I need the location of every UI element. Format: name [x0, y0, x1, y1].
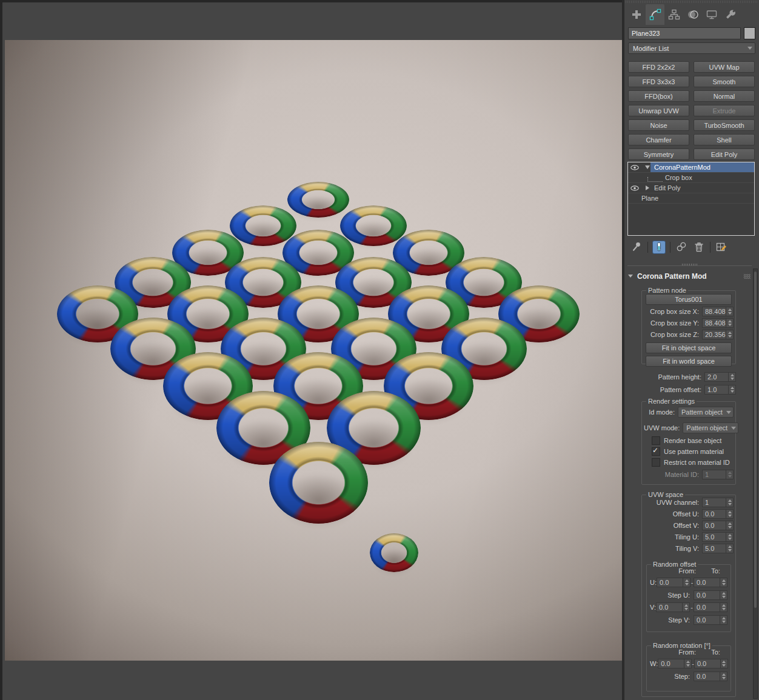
- spinner-field[interactable]: 1: [702, 498, 734, 507]
- spinner-field[interactable]: 2.0: [704, 372, 736, 382]
- modifier-button[interactable]: Unwrap UVW: [628, 105, 689, 116]
- spinner-arrows[interactable]: [720, 616, 727, 624]
- spinner-field[interactable]: 0.0: [694, 615, 727, 625]
- spinner-arrows[interactable]: [684, 659, 691, 668]
- eye-icon[interactable]: [628, 165, 643, 170]
- tab-motion[interactable]: [683, 4, 702, 25]
- spinner-field[interactable]: 1.0: [704, 385, 736, 395]
- eye-icon[interactable]: [628, 185, 643, 191]
- spinner-arrows[interactable]: [720, 591, 727, 599]
- spinner-field[interactable]: 0.0: [694, 672, 727, 681]
- modifier-button[interactable]: Chamfer: [628, 134, 689, 145]
- spinner-arrows[interactable]: [726, 498, 733, 507]
- spinner-arrows[interactable]: [682, 603, 689, 612]
- modifier-button[interactable]: FFD 3x3x3: [628, 76, 689, 87]
- tab-modify[interactable]: [646, 4, 664, 25]
- spinner-arrows[interactable]: [720, 603, 727, 612]
- spinner-arrows[interactable]: [726, 319, 733, 327]
- spinner-arrows[interactable]: [726, 510, 733, 518]
- modifier-button[interactable]: FFD(box): [628, 90, 689, 102]
- modifier-button[interactable]: Normal: [694, 90, 755, 102]
- spinner-arrows[interactable]: [726, 544, 733, 553]
- spinner-value: 5.0: [703, 544, 726, 553]
- spinner-value: 20.356: [703, 330, 726, 339]
- stack-item-label: CoronaPatternMod: [652, 164, 711, 171]
- from-to-header: From: To:: [647, 567, 731, 575]
- modifier-list-dropdown[interactable]: Modifier List: [628, 42, 755, 54]
- collapse-arrow-icon[interactable]: [643, 185, 652, 190]
- checkbox[interactable]: [652, 436, 660, 445]
- modifier-button[interactable]: FFD 2x2x2: [628, 61, 689, 73]
- stack-item-coronapatternmod[interactable]: CoronaPatternMod: [628, 162, 754, 173]
- modifier-button[interactable]: Shell: [694, 134, 755, 145]
- spinner-field[interactable]: 88.408: [702, 318, 734, 328]
- spinner-field[interactable]: 20.356: [702, 330, 734, 339]
- stack-item-edit-poly[interactable]: Edit Poly: [628, 183, 754, 193]
- from-label: From:: [647, 648, 696, 656]
- axis-label: U:: [650, 579, 657, 586]
- stack-item-plane[interactable]: Plane: [628, 193, 754, 204]
- scrollbar-thumb[interactable]: [754, 272, 757, 608]
- spinner-field[interactable]: 0.0: [702, 509, 734, 519]
- spinner-arrows[interactable]: [726, 330, 733, 339]
- spinner-field[interactable]: 5.0: [702, 544, 734, 553]
- spinner-value: 2.0: [705, 373, 728, 381]
- spinner-arrows[interactable]: [726, 307, 733, 316]
- modifier-button[interactable]: Smooth: [694, 76, 755, 87]
- tab-utilities[interactable]: [721, 4, 740, 25]
- fit-world-space-button[interactable]: Fit in world space: [646, 356, 732, 367]
- expand-arrow-icon[interactable]: [643, 165, 652, 169]
- spinner-field[interactable]: 5.0: [702, 532, 734, 542]
- spinner-field[interactable]: 88.408: [702, 307, 734, 316]
- spinner-arrows[interactable]: [728, 385, 735, 394]
- checkbox[interactable]: [652, 447, 660, 456]
- spinner-arrows[interactable]: [720, 672, 727, 681]
- modifier-button[interactable]: UVW Map: [694, 61, 755, 73]
- id-mode-dropdown[interactable]: Pattern object: [678, 407, 734, 418]
- spinner-field[interactable]: 0.0: [694, 578, 727, 587]
- uvw-mode-dropdown[interactable]: Pattern object: [683, 422, 738, 433]
- remove-modifier-button[interactable]: [692, 241, 706, 254]
- object-name-field[interactable]: Plane323: [628, 27, 741, 39]
- rollout-splitter[interactable]: [627, 265, 752, 266]
- configure-modifier-sets-button[interactable]: [715, 241, 728, 254]
- viewport[interactable]: [0, 0, 622, 700]
- spinner-field[interactable]: 0.0: [694, 602, 727, 612]
- pattern-height-row: Pattern height: 2.0: [641, 372, 736, 382]
- spinner-arrows[interactable]: [720, 659, 727, 668]
- checkbox[interactable]: [652, 458, 660, 467]
- spinner-field[interactable]: 0.0: [658, 659, 692, 668]
- show-end-result-button[interactable]: [652, 241, 666, 254]
- modifier-button[interactable]: Symmetry: [628, 148, 689, 160]
- spinner-arrows[interactable]: [728, 373, 735, 381]
- pin-stack-button[interactable]: [630, 241, 643, 254]
- rollout-header[interactable]: Corona Pattern Mod: [628, 272, 751, 281]
- spinner-arrows[interactable]: [726, 521, 733, 530]
- spinner-field[interactable]: 0.0: [694, 590, 727, 600]
- spinner-value: 88.408: [703, 307, 726, 316]
- spinner-field[interactable]: 0.0: [694, 659, 728, 668]
- modifier-button[interactable]: Noise: [628, 119, 689, 131]
- stack-item-crop-box[interactable]: Crop box: [628, 173, 754, 183]
- spinner-arrows[interactable]: [720, 578, 727, 587]
- tab-create[interactable]: [627, 4, 646, 25]
- spinner-field[interactable]: 0.0: [657, 578, 690, 587]
- step-v-row: Step V: 0.0: [650, 615, 727, 625]
- spinner-arrows[interactable]: [683, 578, 690, 587]
- panel-scrollbar[interactable]: [753, 268, 758, 699]
- viewport-frame-top: [0, 0, 622, 2]
- spinner-field[interactable]: 0.0: [702, 521, 734, 530]
- spinner-field[interactable]: 0.0: [656, 602, 690, 612]
- modifier-button[interactable]: Edit Poly: [694, 148, 755, 160]
- pattern-node-button[interactable]: Torus001: [646, 294, 732, 305]
- make-unique-button[interactable]: [675, 241, 688, 254]
- tab-hierarchy[interactable]: [664, 4, 683, 25]
- modifier-button[interactable]: TurboSmooth: [694, 119, 755, 131]
- object-color-swatch[interactable]: [744, 27, 755, 39]
- spinner-arrows[interactable]: [726, 533, 733, 541]
- viewport-render[interactable]: [5, 40, 622, 661]
- fit-object-space-button[interactable]: Fit in object space: [646, 342, 732, 353]
- panel-grip[interactable]: [626, 1, 758, 3]
- tab-display[interactable]: [702, 4, 721, 25]
- param-label: Id mode:: [644, 408, 678, 416]
